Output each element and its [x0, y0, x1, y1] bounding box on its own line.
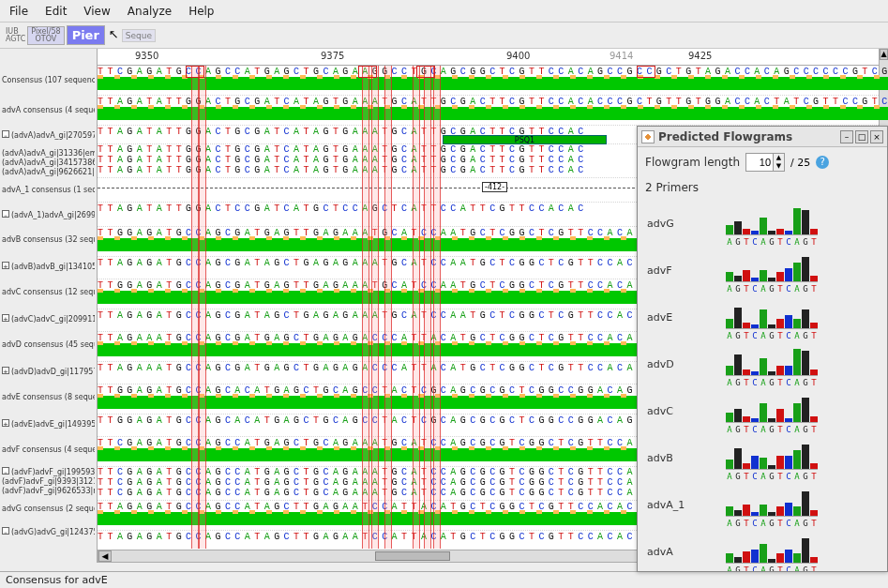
len-label: Flowgram length	[645, 156, 740, 169]
menu-view[interactable]: View	[83, 5, 110, 18]
row-advF-cons[interactable]: advF consensus (4 sequence	[0, 437, 97, 463]
row-advD-cons[interactable]: advD consensus (45 sequenc	[0, 332, 97, 358]
row-advA1-seq[interactable]: –(advA_1)advA_gi|2699909	[0, 203, 97, 227]
expand-icon[interactable]: +	[2, 262, 9, 269]
row-advC-seq[interactable]: +(advC)advC_gi|209911|gb	[0, 306, 97, 332]
ruler-tick: 9400	[506, 51, 530, 61]
mismatch-box	[637, 66, 655, 78]
position-badge: -412-	[482, 182, 507, 192]
pier-button[interactable]: Pier	[67, 25, 105, 45]
row-consensus[interactable]: Consensus (107 sequences)	[0, 66, 97, 96]
flowgram-name: advD	[641, 358, 726, 370]
flowgram-name: advE	[641, 311, 726, 324]
minimize-icon[interactable]: –	[840, 130, 853, 143]
flowgram-row: advFAGTCAGTCAGT	[641, 247, 883, 294]
row-advF-seqs[interactable]: –(advF)advF_gi|199593012 (advF)advF_gi|9…	[0, 463, 97, 497]
row-advA-cons[interactable]: advA consensus (4 sequenc	[0, 96, 97, 126]
len-input[interactable]	[746, 157, 773, 168]
toolbar: IUBAGTC Pixel/58OTOV Pier Seque	[0, 23, 888, 49]
row-advB-seq[interactable]: +(advB)advB_gi|134105495	[0, 253, 97, 279]
row-advE-cons[interactable]: advE consensus (8 sequence	[0, 384, 97, 411]
flowgram-row: advBAGTCAGTCAGT	[641, 434, 883, 481]
pixel-button[interactable]: Pixel/58OTOV	[27, 26, 64, 45]
flowgram-chart	[726, 250, 818, 282]
flowgram-name: advF	[641, 264, 726, 277]
row-advA-seq1[interactable]: –(advA)advA_gi|270597218	[0, 126, 97, 144]
status-bar: Consensus for advE	[0, 571, 888, 588]
flowgram-labels: AGTCAGTCAGT	[726, 565, 818, 571]
seq-row[interactable]: TTAGATATTGGACTGCGATCATAGTGAAATGCATTGCGAC…	[98, 96, 888, 126]
flowgram-labels: AGTCAGTCAGT	[726, 519, 818, 528]
close-icon[interactable]: ×	[870, 130, 883, 143]
row-advC-cons[interactable]: advC consensus (12 sequenc	[0, 279, 97, 306]
flowgram-row: advDAGTCAGTCAGT	[641, 340, 883, 387]
coverage-bar	[98, 77, 888, 90]
flowgram-length-control: Flowgram length ▲▼ / 25 ?	[638, 147, 887, 177]
flowgram-labels: AGTCAGTCAGT	[726, 378, 818, 387]
len-spinner[interactable]: ▲▼	[745, 153, 785, 172]
scroll-left-icon[interactable]: ◀	[98, 550, 112, 562]
row-names-panel: Consensus (107 sequences) advA consensus…	[0, 49, 98, 563]
menu-edit[interactable]: Edit	[45, 5, 67, 18]
flowgram-labels: AGTCAGTCAGT	[726, 472, 818, 481]
ruler-tick: 9375	[321, 51, 344, 61]
row-advD-seq[interactable]: +(advD)advD_gi|117957257	[0, 358, 97, 384]
collapse-icon[interactable]: –	[2, 527, 9, 535]
flowgram-name: advC	[641, 405, 726, 417]
primer-count: 2 Primers	[638, 177, 887, 198]
cursor-icon	[109, 29, 120, 42]
mismatch-box	[358, 66, 377, 78]
flowgram-chart	[726, 532, 818, 564]
flowgram-row: advEAGTCAGTCAGT	[641, 294, 883, 340]
ruler-tick: 9425	[688, 51, 712, 61]
java-icon	[641, 130, 655, 143]
expand-icon[interactable]: +	[2, 367, 9, 374]
flowgram-row: advGAGTCAGTCAGT	[641, 200, 883, 247]
panel-title: Predicted Flowgrams	[658, 130, 838, 143]
row-advA-seqs[interactable]: (advA)advA_gi|31336|em(advA)advA_gi|3415…	[0, 144, 97, 178]
panel-titlebar[interactable]: Predicted Flowgrams – □ ×	[638, 127, 887, 147]
menu-file[interactable]: File	[9, 5, 28, 18]
primer-psq1[interactable]: PSQ1	[443, 135, 607, 144]
collapse-icon[interactable]: –	[2, 210, 9, 218]
mismatch-box	[416, 66, 435, 78]
flowgram-labels: AGTCAGTCAGT	[726, 425, 818, 434]
flowgram-name: advA_1	[641, 499, 726, 511]
row-advG-cons[interactable]: advG consensus (2 sequence	[0, 497, 97, 521]
collapse-icon[interactable]: –	[2, 130, 9, 138]
flowgram-chart	[726, 391, 818, 423]
flowgram-list: advGAGTCAGTCAGTadvFAGTCAGTCAGTadvEAGTCAG…	[638, 198, 887, 571]
flowgram-labels: AGTCAGTCAGT	[726, 237, 818, 247]
flowgram-name: advB	[641, 452, 726, 464]
scroll-thumb[interactable]	[375, 551, 450, 561]
flowgram-chart	[726, 204, 818, 235]
spinner-down-icon[interactable]: ▼	[773, 162, 784, 171]
flowgram-row: advCAGTCAGTCAGT	[641, 387, 883, 434]
seq-text: TTAGATATTGGACTGCGATCATAGTGAAATGCATTGCGAC…	[98, 97, 888, 107]
expand-icon[interactable]: +	[2, 314, 9, 322]
row-advG-seq[interactable]: –(advG)advG_gi|124375682	[0, 521, 97, 542]
maximize-icon[interactable]: □	[855, 130, 868, 143]
flowgram-chart	[726, 485, 818, 517]
flowgram-chart	[726, 438, 818, 470]
flowgram-name: advA	[641, 546, 726, 558]
collapse-icon[interactable]: –	[2, 467, 9, 475]
code-toggle[interactable]: IUBAGTC	[6, 28, 25, 43]
seq-row[interactable]: TTCGAGATGCCAGCCATGAGCTGCAGAAGGCCTGCAGCGG…	[98, 66, 888, 96]
scroll-up-icon[interactable]: ▲	[880, 49, 888, 60]
expand-icon[interactable]: +	[2, 419, 9, 427]
flowgram-row: advAAGTCAGTCAGT	[641, 528, 883, 571]
row-advE-seq[interactable]: +(advE)advE_gi|149395306	[0, 411, 97, 437]
flowgram-labels: AGTCAGTCAGT	[726, 284, 818, 294]
position-ruler: 9350 9375 9400 9414 9425	[98, 49, 888, 66]
flowgram-chart	[726, 344, 818, 376]
flowgram-panel[interactable]: Predicted Flowgrams – □ × Flowgram lengt…	[637, 126, 888, 572]
menu-help[interactable]: Help	[188, 5, 214, 18]
menu-analyze[interactable]: Analyze	[128, 5, 172, 18]
row-advA1-cons[interactable]: advA_1 consensus (1 sequen	[0, 178, 97, 203]
spinner-up-icon[interactable]: ▲	[773, 154, 784, 162]
help-icon[interactable]: ?	[816, 156, 829, 169]
mismatch-box	[186, 66, 204, 78]
sequence-button[interactable]: Seque	[122, 29, 156, 42]
row-advB-cons[interactable]: advB consensus (32 sequenc	[0, 227, 97, 253]
